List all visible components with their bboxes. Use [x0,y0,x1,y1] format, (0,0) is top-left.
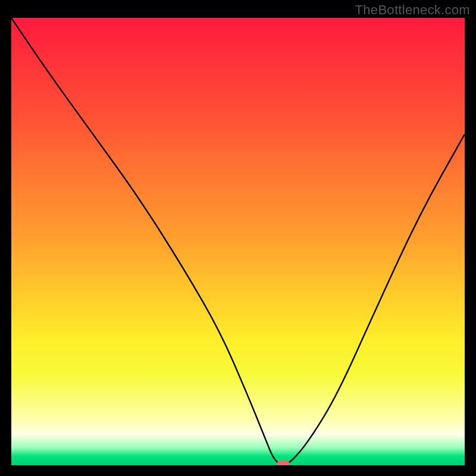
curve-path [11,18,465,464]
plot-area [11,18,465,465]
optimal-marker [277,461,290,465]
chart-frame: TheBottleneck.com [0,0,476,476]
watermark-text: TheBottleneck.com [355,2,470,18]
bottleneck-curve [11,18,465,465]
